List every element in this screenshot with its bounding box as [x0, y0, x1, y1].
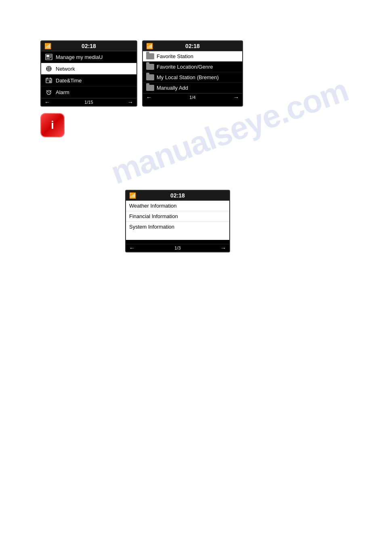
- right-arrow-right[interactable]: →: [233, 94, 239, 101]
- menu-item-financial[interactable]: Financial Information: [126, 211, 229, 222]
- menu-label-local-station: My Local Station (Bremen): [157, 74, 219, 80]
- top-screens-container: 📶 02:18 Manage my mediaU: [40, 40, 243, 107]
- bottom-screen-page: 1/3: [174, 246, 180, 250]
- menu-item-system[interactable]: System Information: [126, 222, 229, 232]
- left-arrow-right[interactable]: →: [128, 99, 133, 105]
- menu-label-weather: Weather Information: [129, 203, 177, 209]
- menu-item-network[interactable]: Network: [41, 63, 136, 75]
- datetime-icon: [44, 77, 53, 84]
- menu-label-datetime: Date&Time: [56, 78, 82, 84]
- right-screen: 📶 02:18 Favorite Station Favorite Locati…: [142, 40, 243, 107]
- folder-icon-1: [146, 53, 154, 59]
- empty-row: [126, 232, 229, 240]
- wifi-icon-bottom: 📶: [129, 192, 136, 199]
- right-screen-footer: ← 1/4 →: [143, 93, 242, 101]
- menu-label-favorite-location: Favorite Location/Genre: [157, 64, 213, 70]
- folder-icon-4: [146, 85, 154, 91]
- folder-icon-3: [146, 74, 154, 80]
- wifi-icon-left: 📶: [44, 43, 51, 49]
- menu-item-alarm[interactable]: Alarm: [41, 86, 136, 98]
- menu-label-network: Network: [56, 66, 75, 72]
- svg-line-17: [49, 92, 50, 93]
- right-screen-time: 02:18: [185, 43, 200, 49]
- menu-label-favorite-station: Favorite Station: [157, 53, 193, 59]
- menu-item-manually-add[interactable]: Manually Add: [143, 83, 242, 93]
- menu-item-favorite-station[interactable]: Favorite Station: [143, 51, 242, 62]
- left-screen-page: 1/15: [84, 100, 93, 105]
- menu-item-datetime[interactable]: Date&Time: [41, 75, 136, 86]
- menu-item-favorite-location[interactable]: Favorite Location/Genre: [143, 62, 242, 72]
- alarm-icon: [44, 88, 53, 96]
- wifi-icon-right: 📶: [146, 43, 153, 49]
- bottom-screen: 📶 02:18 Weather Information Financial In…: [125, 190, 230, 252]
- bottom-screen-footer: ← 1/3 →: [126, 244, 229, 252]
- menu-item-local-station[interactable]: My Local Station (Bremen): [143, 72, 242, 83]
- menu-label-financial: Financial Information: [129, 213, 178, 219]
- menu-item-weather[interactable]: Weather Information: [126, 201, 229, 211]
- menu-label-system: System Information: [129, 224, 174, 230]
- left-screen: 📶 02:18 Manage my mediaU: [40, 40, 137, 107]
- svg-line-14: [50, 82, 50, 82]
- menu-label-alarm: Alarm: [56, 89, 69, 95]
- menu-item-media[interactable]: Manage my mediaU: [41, 51, 136, 63]
- left-screen-header: 📶 02:18: [41, 41, 136, 51]
- svg-point-2: [50, 55, 51, 57]
- bottom-arrow-right[interactable]: →: [220, 245, 226, 251]
- menu-label-manually-add: Manually Add: [157, 85, 188, 91]
- menu-label-media: Manage my mediaU: [56, 54, 103, 60]
- info-icon: i: [40, 113, 65, 137]
- bottom-screen-time: 02:18: [170, 192, 185, 199]
- svg-rect-1: [46, 55, 49, 57]
- right-screen-header: 📶 02:18: [143, 41, 242, 51]
- media-icon: [44, 53, 53, 61]
- bottom-arrow-left[interactable]: ←: [129, 245, 135, 251]
- right-arrow-left[interactable]: ←: [146, 94, 152, 101]
- left-screen-time: 02:18: [82, 43, 96, 49]
- network-icon: [44, 65, 53, 72]
- right-screen-page: 1/4: [189, 95, 195, 100]
- bottom-screen-header: 📶 02:18: [126, 191, 229, 201]
- left-screen-footer: ← 1/15 →: [41, 98, 136, 106]
- bottom-screen-container: 📶 02:18 Weather Information Financial In…: [125, 190, 230, 252]
- info-icon-container: i: [40, 113, 65, 137]
- left-arrow-left[interactable]: ←: [44, 99, 50, 105]
- folder-icon-2: [146, 64, 154, 70]
